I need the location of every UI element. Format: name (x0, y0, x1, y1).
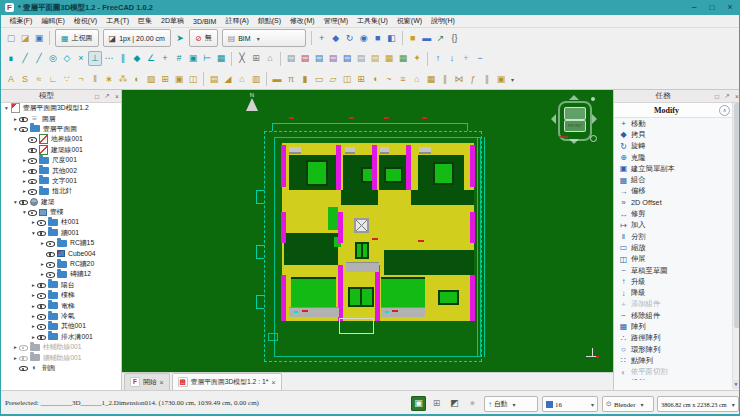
menu-item-macro[interactable]: 巨集 (134, 16, 157, 26)
shapestring-icon[interactable]: S (18, 72, 32, 87)
menu-item-draft-2d[interactable]: 2D草稿 (157, 16, 189, 26)
menu-item-utils[interactable]: 工具集(U) (353, 16, 393, 26)
view-dimensions-dropdown[interactable]: 3806.82 cm x 2238.23 cm▾ (657, 396, 739, 412)
tree-item[interactable]: ▸≡圖層 (1, 113, 122, 123)
tab-document[interactable]: ▤壹層平面圖3D模型1.2 : 1*× (172, 373, 282, 390)
tree-item[interactable]: ▸牆輔助線001 (1, 352, 122, 362)
menu-item-tools[interactable]: 工具(T) (102, 16, 134, 26)
scatter-doc-icon[interactable]: ▤ (326, 51, 340, 66)
tree-item[interactable]: ▸排水溝001 (1, 332, 122, 342)
panel-undock-icon[interactable]: ↗ (102, 92, 112, 100)
grid-toggle[interactable]: ⊞ (429, 396, 444, 411)
spreadsheet-check-icon[interactable]: ▦ (396, 51, 410, 66)
modify-item-downgrade[interactable]: ↓降級 (614, 287, 734, 298)
wall-tool-icon[interactable]: ▬ (270, 72, 284, 87)
expand-right-icon[interactable]: ▸ (12, 344, 19, 350)
fit-all-icon[interactable]: ◆ (329, 31, 343, 46)
rebar-tool-icon[interactable]: ƒ (466, 72, 480, 87)
modify-item-compound[interactable]: ▦組合 (614, 174, 734, 185)
visibility-eye-icon[interactable] (19, 364, 28, 372)
pipe-tool-icon[interactable]: ◖ (368, 72, 382, 87)
visibility-eye-icon[interactable] (28, 135, 37, 143)
snap-special-icon[interactable]: ◇ (60, 51, 74, 66)
collapse-chevron-icon[interactable]: ∧ (719, 105, 730, 116)
tree-item[interactable]: ▸尺度001 (1, 155, 122, 165)
expand-right-icon[interactable]: ▸ (30, 303, 37, 309)
view-frame-icon[interactable]: ◫ (186, 72, 200, 87)
yellow-doc-icon[interactable]: ▤ (368, 51, 382, 66)
modify-item-draft-to-sketch[interactable]: ~草稿至草圖 (614, 265, 734, 276)
menu-item-file[interactable]: 檔案(F) (5, 16, 37, 26)
modify-item-clone[interactable]: ⊕克隆 (614, 152, 734, 163)
modify-item-simple-copy[interactable]: ▣建立簡單副本 (614, 163, 734, 174)
navcube-arrow-up-icon[interactable] (569, 95, 579, 100)
toggle-grid-icon[interactable]: ▦ (214, 51, 228, 66)
modify-item-rotate[interactable]: ↻旋轉 (614, 141, 734, 152)
expression-braces-icon[interactable]: {} (448, 31, 462, 46)
expand-down-icon[interactable]: ▾ (30, 230, 37, 236)
structure-tool-icon[interactable]: π (284, 72, 298, 87)
snap-midpoint-icon[interactable]: ╱ (32, 51, 46, 66)
add-item-icon[interactable]: + (459, 51, 473, 66)
snap-lock-icon[interactable]: ∎ (4, 51, 18, 66)
tree-item[interactable]: ▸柱001 (1, 217, 122, 227)
visibility-eye-icon[interactable] (46, 260, 55, 268)
menu-item-snapping[interactable]: 鎖點(S) (253, 16, 285, 26)
door-tool-icon[interactable]: ◫ (340, 72, 354, 87)
expand-right-icon[interactable]: ▸ (39, 271, 46, 277)
new-file-icon[interactable]: ▢ (4, 31, 18, 46)
report-doc-icon[interactable]: ▤ (298, 51, 312, 66)
tree-item[interactable]: ▾牆001 (1, 228, 122, 238)
tree-item[interactable]: ▸RC牆20 (1, 259, 122, 269)
menu-item-windows[interactable]: 視窗(W) (392, 16, 426, 26)
snap-grid-icon[interactable]: # (172, 51, 186, 66)
ifc-box-icon[interactable]: ▥ (249, 72, 263, 87)
layer-dropdown[interactable]: 16▾ (542, 396, 598, 412)
tree-item[interactable]: ◐剖面 (1, 363, 122, 373)
menu-item-modify[interactable]: 修改(M) (286, 16, 320, 26)
pan-icon[interactable]: + (315, 31, 329, 46)
image-plane-icon[interactable]: ▣ (172, 72, 186, 87)
slab-tool-icon[interactable]: ▱ (326, 72, 340, 87)
workbench-selector[interactable]: ▤BIM▾ (222, 29, 306, 47)
remove-item-icon[interactable]: − (473, 51, 487, 66)
box-select-icon[interactable]: ■ (406, 31, 420, 46)
rotate-view-icon[interactable]: ↻ (343, 31, 357, 46)
visibility-eye-icon[interactable] (37, 218, 46, 226)
group-folder-icon[interactable]: ▬ (420, 31, 434, 46)
curve-tool-icon[interactable]: ~ (382, 72, 396, 87)
modify-item-copy[interactable]: ◆拷貝 (614, 129, 734, 140)
tab-start[interactable]: F開始× (124, 373, 170, 390)
modify-item-upgrade[interactable]: ↑升級 (614, 276, 734, 287)
menu-item-view[interactable]: 檢視(V) (69, 16, 101, 26)
tree-item[interactable]: ▾建築 (1, 197, 122, 207)
expand-down-icon[interactable]: ▾ (3, 105, 10, 111)
visibility-eye-icon[interactable] (28, 187, 37, 195)
snap-intersection-icon[interactable]: × (74, 51, 88, 66)
snap-center-icon[interactable]: ◎ (46, 51, 60, 66)
modify-item-array[interactable]: ▦陣列 (614, 321, 734, 332)
tree-item[interactable]: ▸樓梯 (1, 290, 122, 300)
leader-icon[interactable]: ¬ (74, 72, 88, 87)
3d-viewport[interactable]: N FRONT (122, 90, 613, 372)
navcube-front-face[interactable]: FRONT (564, 120, 586, 132)
tab-close-icon[interactable]: × (272, 379, 276, 386)
frame-tool-icon[interactable]: ∥ (480, 72, 494, 87)
autogroup-dropdown[interactable]: ↑ 自動▾ (484, 396, 538, 412)
expand-right-icon[interactable]: ▸ (39, 240, 46, 246)
visibility-eye-icon[interactable] (46, 270, 55, 278)
tree-item[interactable]: ▾壹層平面圖 (1, 124, 122, 134)
tree-item[interactable]: ▾壹層平面圖3D模型1.2 (1, 103, 122, 113)
modify-item-offset[interactable]: →偏移 (614, 186, 734, 197)
expand-down-icon[interactable]: ▾ (21, 209, 28, 215)
scrollbar-thumb[interactable] (734, 103, 740, 328)
panel-close-icon[interactable]: × (112, 93, 122, 100)
visibility-eye-icon[interactable] (37, 312, 46, 320)
modify-item-scale[interactable]: ▭縮放 (614, 242, 734, 253)
menu-item-bim-3d[interactable]: 3D/BIM (189, 18, 221, 25)
navigation-style-dropdown[interactable]: ⊙ Blender▾ (602, 396, 654, 412)
modify-item-stretch[interactable]: ◫伸展 (614, 254, 734, 265)
sphere-indicator[interactable]: ● (465, 396, 480, 411)
tasks-scrollbar[interactable] (732, 103, 740, 389)
expand-right-icon[interactable]: ▸ (30, 313, 37, 319)
